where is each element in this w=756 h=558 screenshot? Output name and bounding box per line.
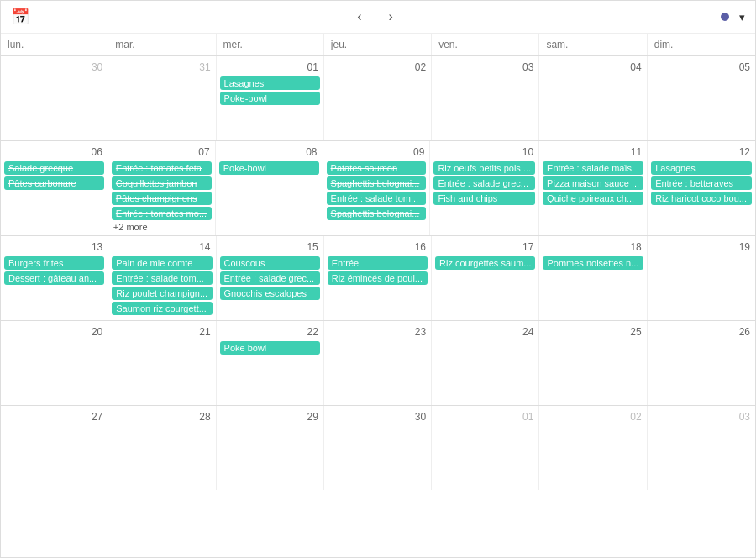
calendar-event[interactable]: Entrée : salade tom... <box>112 271 212 285</box>
top-bar: 📅 ‹ › ▾ <box>1 1 755 34</box>
day-header: mar. <box>108 34 216 55</box>
day-number: 10 <box>433 145 535 161</box>
calendar-event[interactable]: Salade grecque <box>4 161 104 175</box>
day-number: 02 <box>328 60 428 76</box>
day-header: mer. <box>217 34 324 55</box>
day-cell: 01 <box>432 406 539 490</box>
day-cell: 03 <box>648 406 755 490</box>
calendar-event[interactable]: Pommes noisettes n... <box>543 256 643 270</box>
day-number: 09 <box>327 145 427 161</box>
day-number: 01 <box>220 60 320 76</box>
day-cell: 31 <box>108 56 216 140</box>
week-row: 13Burgers fritesDessert : gâteau an...14… <box>1 236 755 321</box>
day-cell: 01LasagnesPoke-bowl <box>217 56 324 140</box>
day-number: 15 <box>220 240 320 256</box>
calendar-event[interactable]: Entrée : salade tom... <box>327 192 427 205</box>
day-number: 26 <box>651 324 752 341</box>
day-number: 03 <box>651 409 752 426</box>
day-number: 28 <box>112 409 212 426</box>
day-cell: 23 <box>324 321 432 405</box>
nav-controls: ‹ › <box>352 8 398 26</box>
calendar-event[interactable]: Pain de mie comte <box>112 256 212 270</box>
day-cell: 13Burgers fritesDessert : gâteau an... <box>1 236 108 320</box>
calendar-event[interactable]: Burgers frites <box>4 256 104 270</box>
calendar-event[interactable]: Entrée : salade maïs <box>543 161 643 175</box>
day-cell: 25 <box>539 321 647 405</box>
filter-button[interactable]: ▾ <box>721 11 745 24</box>
next-month-button[interactable]: › <box>384 8 398 26</box>
calendar-event[interactable]: Dessert : gâteau an... <box>4 271 104 285</box>
day-cell: 07Entrée : tomates fetaCoquillettes jamb… <box>108 141 216 235</box>
calendar-event[interactable]: Entrée : salade grec... <box>220 271 320 285</box>
calendar-icon[interactable]: 📅 <box>11 8 29 26</box>
calendar-event[interactable]: Couscous <box>220 256 320 270</box>
calendar-event[interactable]: Pâtes champignons <box>112 192 212 205</box>
calendar-event[interactable]: Lasagnes <box>220 76 320 90</box>
day-number: 04 <box>543 60 643 76</box>
calendar-grid: lun.mar.mer.jeu.ven.sam.dim. 303101Lasag… <box>1 34 755 490</box>
calendar-event[interactable]: Pâtes carbonare <box>4 176 104 190</box>
day-cell: 22Poke bowl <box>217 321 324 405</box>
day-number: 25 <box>543 324 643 341</box>
calendar-event[interactable]: Riz émincés de poul... <box>328 271 428 285</box>
calendar-event[interactable]: Gnocchis escalopes <box>220 287 320 300</box>
day-cell: 24 <box>432 321 539 405</box>
calendar-event[interactable]: Poke-bowl <box>220 92 320 105</box>
day-number: 11 <box>543 145 643 161</box>
prev-month-button[interactable]: ‹ <box>352 8 366 26</box>
day-number: 29 <box>220 409 320 426</box>
day-cell: 21 <box>108 321 216 405</box>
day-cell: 15CouscousEntrée : salade grec...Gnocchi… <box>217 236 324 320</box>
calendar-event[interactable]: Riz haricot coco bou... <box>651 192 752 205</box>
day-number: 17 <box>435 240 535 256</box>
day-cell: 14Pain de mie comteEntrée : salade tom..… <box>108 236 216 320</box>
day-cell: 05 <box>648 56 755 140</box>
day-number: 27 <box>4 409 104 426</box>
day-cell: 26 <box>648 321 755 405</box>
calendar-event[interactable]: Coquillettes jambon <box>112 176 212 190</box>
day-number: 23 <box>328 324 428 341</box>
day-number: 30 <box>4 60 104 76</box>
weeks: 303101LasagnesPoke-bowl0203040506Salade … <box>1 56 755 490</box>
week-row: 06Salade grecquePâtes carbonare07Entrée … <box>1 141 755 236</box>
calendar-event[interactable]: Patates saumon <box>327 161 427 175</box>
more-events-link[interactable]: +2 more <box>112 222 212 232</box>
day-header: ven. <box>432 34 539 55</box>
calendar-event[interactable]: Saumon riz courgett... <box>112 302 212 315</box>
day-number: 02 <box>543 409 643 426</box>
calendar-event[interactable]: Riz oeufs petits pois ... <box>433 161 535 175</box>
day-header: dim. <box>648 34 755 55</box>
calendar-event[interactable]: Riz courgettes saum... <box>435 256 535 270</box>
calendar-event[interactable]: Fish and chips <box>433 192 535 205</box>
day-number: 18 <box>543 240 643 256</box>
day-header: jeu. <box>324 34 432 55</box>
calendar-event[interactable]: Quiche poireaux ch... <box>543 192 643 205</box>
calendar-event[interactable]: Spaghettis bolognai... <box>327 207 427 220</box>
calendar-event[interactable]: Entrée : tomates feta <box>112 161 212 175</box>
calendar-event[interactable]: Entrée <box>328 256 428 270</box>
calendar-event[interactable]: Entrée : betteraves <box>651 176 752 190</box>
day-number: 19 <box>651 240 752 256</box>
day-cell: 19 <box>648 236 755 320</box>
day-number: 24 <box>435 324 535 341</box>
calendar-event[interactable]: Entrée : tomates mo... <box>112 207 212 220</box>
day-number: 14 <box>112 240 212 256</box>
calendar-event[interactable]: Poke bowl <box>220 341 320 355</box>
calendar-event[interactable]: Riz poulet champign... <box>112 287 212 300</box>
week-row: 303101LasagnesPoke-bowl02030405 <box>1 56 755 141</box>
day-cell: 16EntréeRiz émincés de poul... <box>324 236 432 320</box>
day-cell: 18Pommes noisettes n... <box>539 236 647 320</box>
calendar-event[interactable]: Spaghettis bolognai... <box>327 176 427 190</box>
calendar-event[interactable]: Entrée : salade grec... <box>433 176 535 190</box>
day-cell: 20 <box>1 321 108 405</box>
day-cell: 29 <box>217 406 324 490</box>
day-cell: 08Poke-bowl <box>216 141 323 235</box>
calendar-event[interactable]: Poke-bowl <box>219 161 319 175</box>
day-number: 20 <box>4 324 104 341</box>
calendar-event[interactable]: Lasagnes <box>651 161 752 175</box>
day-number: 21 <box>112 324 212 341</box>
day-cell: 11Entrée : salade maïsPizza maison sauce… <box>539 141 648 235</box>
day-cell: 09Patates saumonSpaghettis bolognai...En… <box>323 141 431 235</box>
day-cell: 28 <box>108 406 216 490</box>
calendar-event[interactable]: Pizza maison sauce ... <box>543 176 643 190</box>
